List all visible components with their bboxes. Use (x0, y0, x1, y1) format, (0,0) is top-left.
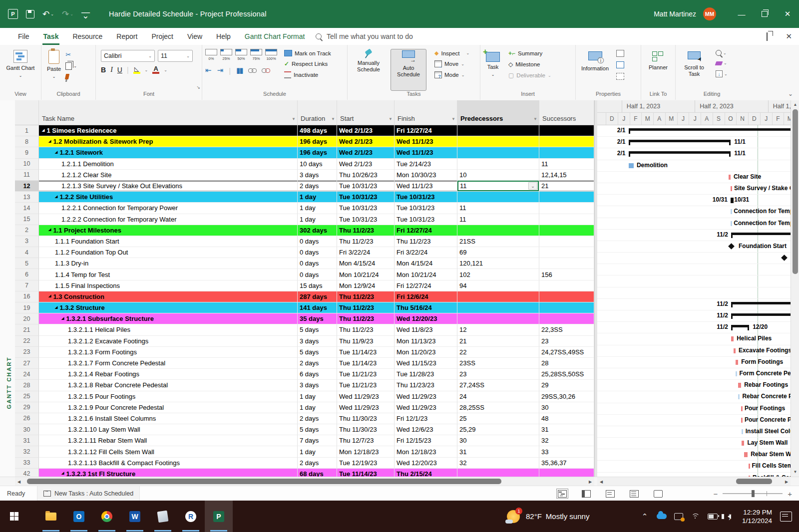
insert-deliverable-button[interactable]: ▢Deliverable⌄ (508, 72, 551, 79)
table-row[interactable]: 19◢1.3.2 Structure141 daysThu 11/2/23Thu… (15, 302, 594, 313)
inspect-button[interactable]: ◆Inspect⌄ (434, 50, 469, 56)
cell-fin[interactable]: Wed 11/29/23 (395, 391, 457, 402)
cell-start[interactable]: Tue 10/31/23 (337, 192, 395, 203)
cell-succ[interactable]: 25,28SS,50SS (539, 369, 594, 380)
percent-75-button[interactable]: 75% (250, 49, 262, 61)
cell-name[interactable]: 1.2.1.2 Clear Site (39, 170, 298, 181)
cell-name[interactable]: 1.2.1.1 Demolition (39, 159, 298, 170)
minimize-button[interactable]: — (730, 0, 753, 28)
insert-milestone-button[interactable]: ◇Milestone (508, 61, 551, 68)
header-finish[interactable]: Finish▼ (395, 100, 457, 125)
link-tasks-button[interactable] (248, 68, 256, 72)
view-report-button[interactable] (652, 489, 664, 499)
cell-start[interactable]: Wed 2/1/23 (337, 136, 395, 147)
cell-fin[interactable]: Wed 12/6/23 (395, 424, 457, 435)
cell-name[interactable]: 1.3.2.1.12 Fill Cells Stem Wall (39, 446, 298, 457)
filter-arrow-icon[interactable]: ▼ (389, 117, 393, 121)
taskbar-bluebeam[interactable]: R (177, 501, 205, 532)
expand-triangle-icon[interactable]: ◢ (55, 305, 57, 309)
table-row[interactable]: 9◢1.2.1 Sitework196 daysWed 2/1/23Wed 11… (15, 147, 594, 158)
vertical-scroll-thumb[interactable] (793, 109, 798, 274)
cell-pred[interactable]: 22 (457, 347, 539, 358)
cell-name[interactable]: 1.3.2.1.6 Install Steel Columns (39, 413, 298, 424)
expand-triangle-icon[interactable]: ◢ (48, 294, 51, 298)
cell-fin[interactable]: Wed 11/29/23 (395, 402, 457, 413)
cell-fin[interactable]: Thu 5/16/24 (395, 302, 457, 313)
row-number[interactable]: 14 (15, 203, 39, 214)
cell-dur[interactable]: 15 days (298, 280, 337, 291)
cell-succ[interactable]: 29 (539, 380, 594, 391)
scroll-right-icon[interactable]: ▶ (783, 477, 791, 486)
cell-name[interactable]: 1.2.1.3 Site Survey / Stake Out Elevatio… (39, 181, 298, 192)
cell-succ[interactable] (539, 236, 594, 247)
new-tasks-mode-button[interactable]: New Tasks : Auto Scheduled (37, 486, 140, 501)
cell-dur[interactable]: 3 days (298, 336, 337, 347)
gantt-horizontal-scrollbar[interactable]: ◀ ▶ (597, 477, 791, 486)
expand-triangle-icon[interactable]: ◢ (48, 139, 51, 143)
cell-succ[interactable]: 31 (539, 424, 594, 435)
cell-name[interactable]: 1.2.2.2 Connection for Temporary Water (39, 214, 298, 225)
cell-pred[interactable]: 27,24SS (457, 380, 539, 391)
gantt-task-bar[interactable] (736, 371, 737, 376)
cell-pred[interactable]: 28,25SS (457, 402, 539, 413)
cell-succ[interactable] (539, 302, 594, 313)
cell-start[interactable]: Tue 11/14/23 (337, 347, 395, 358)
cell-fin[interactable]: Wed 11/1/23 (395, 136, 457, 147)
cell-name[interactable]: ◢1.3 Construction (39, 291, 298, 302)
split-task-button[interactable]: ▮▮ (236, 66, 243, 75)
respect-links-button[interactable]: ✓Respect Links (284, 60, 331, 67)
cell-start[interactable]: Wed 2/1/23 (337, 159, 395, 170)
doc-restore-button[interactable] (767, 33, 768, 40)
cell-dur[interactable]: 5 days (298, 347, 337, 358)
cell-name[interactable]: 1.1.4 Temp for Test (39, 269, 298, 280)
cell-dur[interactable]: 3 days (298, 380, 337, 391)
cell-pred[interactable]: 25 (457, 413, 539, 424)
cell-name[interactable]: 1.3.2.1.9 Pour Concrete Pedestal (39, 402, 298, 413)
cell-succ[interactable]: 156 (539, 269, 594, 280)
cell-succ[interactable]: 33 (539, 446, 594, 457)
table-row[interactable]: 271.3.2.1.7 Form Concrete Pedestal2 days… (15, 358, 594, 369)
cell-pred[interactable]: 23SS (457, 358, 539, 369)
italic-button[interactable]: I (110, 66, 113, 74)
gantt-summary-bar[interactable] (731, 325, 749, 327)
taskbar-notepad[interactable] (149, 501, 177, 532)
table-horizontal-scrollbar[interactable]: ◀ ▶ (15, 477, 594, 486)
gantt-summary-bar[interactable] (731, 302, 791, 304)
filter-arrow-icon[interactable]: ▼ (292, 117, 296, 121)
view-team-planner-button[interactable] (604, 489, 616, 499)
cell-fin[interactable]: Tue 10/31/23 (395, 203, 457, 214)
cell-dur[interactable]: 6 days (298, 369, 337, 380)
cell-fin[interactable]: Thu 11/23/23 (395, 380, 457, 391)
gantt-summary-bar[interactable] (629, 128, 791, 131)
app-icon[interactable]: P (8, 9, 18, 19)
table-row[interactable]: 121.2.1.3 Site Survey / Stake Out Elevat… (15, 181, 594, 192)
table-row[interactable]: 31.1.1 Foundation Start0 daysThu 11/2/23… (15, 236, 594, 247)
table-row[interactable]: 221.3.2.1.2 Excavate Footings3 daysThu 1… (15, 336, 594, 347)
doc-close-button[interactable]: ✕ (786, 32, 792, 41)
cell-fin[interactable]: Mon 11/20/23 (395, 347, 457, 358)
redo-button[interactable]: ↷⌄ (62, 9, 73, 19)
details-icon[interactable] (616, 61, 624, 68)
table-row[interactable]: 42◢1.3.2.3 1st Fl Structure68 daysTue 11… (15, 469, 594, 477)
row-number[interactable]: 15 (15, 214, 39, 225)
row-number[interactable]: 11 (15, 170, 39, 181)
row-number[interactable]: 26 (15, 413, 39, 424)
cell-succ[interactable]: 28 (539, 358, 594, 369)
tab-project[interactable]: Project (144, 28, 180, 45)
cell-pred[interactable]: 21 (457, 336, 539, 347)
cell-fin[interactable]: Tue 10/31/23 (395, 214, 457, 225)
row-number[interactable]: 32 (15, 446, 39, 457)
cell-pred[interactable]: 30 (457, 435, 539, 446)
cell-dur[interactable]: 498 days (298, 125, 337, 136)
cell-name[interactable]: 1.1.1 Foundation Start (39, 236, 298, 247)
cell-fin[interactable]: Fri 12/6/24 (395, 291, 457, 302)
row-number[interactable]: 28 (15, 380, 39, 391)
gantt-task-bar[interactable] (629, 163, 634, 168)
header-duration[interactable]: Duration▼ (298, 100, 337, 125)
cell-succ[interactable]: 29SS,30,26 (539, 391, 594, 402)
cell-start[interactable]: Tue 11/14/23 (337, 358, 395, 369)
table-row[interactable]: 13◢1.2.2 Site Utilities1 dayTue 10/31/23… (15, 192, 594, 203)
gantt-task-bar[interactable] (731, 336, 734, 341)
table-scroll-thumb[interactable] (27, 479, 501, 484)
cell-start[interactable]: Thu 11/30/23 (337, 424, 395, 435)
